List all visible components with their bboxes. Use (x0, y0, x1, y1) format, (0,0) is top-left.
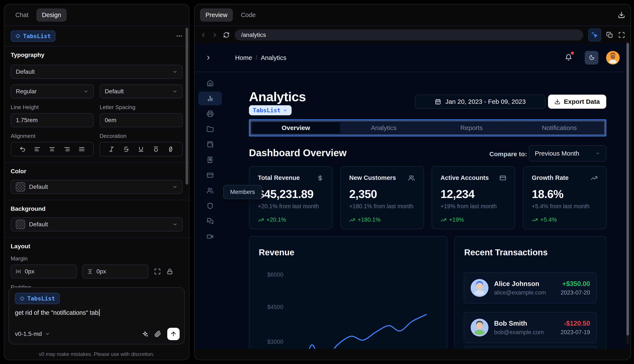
margin-x-value: 0px (25, 268, 34, 275)
transaction-amount: +$350.00 (561, 280, 590, 288)
lock-values-icon[interactable] (166, 268, 173, 275)
selected-component-chip[interactable]: TabsList (249, 105, 292, 115)
dashboard-tab[interactable]: Overview (252, 122, 340, 134)
nav-rail-item[interactable] (198, 168, 222, 182)
chevron-down-icon (283, 108, 288, 113)
stat-icon (317, 174, 324, 181)
font-family-select[interactable]: Default (11, 65, 183, 79)
font-size-select[interactable]: Default (100, 84, 183, 98)
alignment-tool-icon[interactable] (49, 146, 55, 152)
margin-y-input[interactable]: 0px (82, 264, 148, 278)
chevron-down-icon (172, 184, 177, 190)
forward-icon[interactable] (212, 32, 218, 38)
font-weight-select[interactable]: Regular (11, 84, 94, 98)
background-select[interactable]: Default (11, 218, 183, 232)
dashboard-tab[interactable]: Reports (428, 122, 516, 134)
compare-value: Previous Month (535, 150, 579, 157)
nav-rail-item[interactable] (198, 76, 222, 90)
date-range-button[interactable]: Jan 20, 2023 - Feb 09, 2023 (415, 94, 545, 109)
breadcrumb-home[interactable]: Home (235, 54, 252, 62)
line-height-input[interactable]: 1.75rem (11, 113, 94, 127)
send-button[interactable] (167, 328, 180, 340)
alignment-tool-icon[interactable] (20, 146, 26, 152)
expand-values-icon[interactable] (154, 268, 161, 275)
dashboard-tab[interactable]: Analytics (340, 122, 428, 134)
design-panel: ChatDesign TabsList Typography Default R… (4, 4, 189, 360)
notifications-button[interactable] (565, 54, 572, 62)
nav-rail-item[interactable] (198, 122, 222, 136)
panel-tab[interactable]: Design (37, 8, 66, 22)
composer-message[interactable]: get rid of the "notifications" tab (15, 309, 178, 316)
transactions-title: Recent Transactions (464, 248, 548, 257)
composer-context-chip[interactable]: TabsList (15, 293, 60, 304)
preview-tab[interactable]: Preview (200, 8, 233, 22)
nav-rail-item[interactable] (198, 199, 222, 213)
nav-rail-item[interactable] (198, 92, 222, 105)
compare-select[interactable]: Previous Month (529, 145, 606, 162)
element-menu-icon[interactable] (176, 32, 183, 40)
theme-toggle-button[interactable] (585, 51, 598, 64)
breadcrumb-separator: / (255, 54, 257, 62)
letter-spacing-input[interactable]: 0em (100, 113, 183, 127)
attach-file-icon[interactable] (154, 330, 161, 337)
stat-value: 2,350 (349, 187, 415, 200)
preview-tab[interactable]: Code (236, 9, 261, 21)
model-select[interactable]: v0-1.5-md (15, 330, 50, 337)
transaction-email: alice@example.com (494, 290, 555, 296)
nav-rail-item[interactable] (198, 107, 222, 120)
alignment-tool-icon[interactable] (64, 146, 70, 152)
decoration-tool-icon[interactable] (108, 146, 115, 152)
decoration-tool-icon[interactable] (153, 146, 159, 152)
transaction-amount: -$120.50 (561, 320, 590, 327)
download-icon[interactable] (618, 11, 625, 18)
preview-scrollbar[interactable] (626, 43, 629, 336)
compare-label: Compare to: (489, 150, 527, 158)
alignment-tool-icon[interactable] (79, 146, 85, 152)
enhance-prompt-icon[interactable] (142, 330, 148, 337)
chat-composer[interactable]: TabsList get rid of the "notifications" … (9, 287, 185, 344)
transaction-row[interactable]: Alice Johnson alice@example.com +$350.00… (464, 272, 597, 304)
line-height-value: 1.75rem (16, 117, 38, 124)
design-panel-scrollbar[interactable] (186, 28, 188, 184)
transaction-avatar (471, 318, 489, 336)
dashboard-tab[interactable]: Notifications (515, 122, 603, 134)
refresh-icon[interactable] (223, 32, 229, 38)
date-range-value: Jan 20, 2023 - Feb 09, 2023 (445, 98, 526, 105)
panel-tab[interactable]: Chat (10, 9, 34, 21)
component-diamond-icon (20, 296, 25, 301)
export-data-button[interactable]: Export Data (548, 94, 606, 109)
sidebar-expand-icon[interactable] (205, 54, 212, 61)
decoration-tool-icon[interactable] (138, 146, 144, 152)
stat-icon (408, 174, 415, 181)
url-value: /analytics (241, 32, 266, 38)
margin-vertical-icon (87, 268, 93, 274)
inspect-mode-button[interactable] (588, 28, 601, 41)
trending-up-icon (349, 217, 355, 223)
preview-viewport: Home / Analytics (195, 44, 630, 349)
back-icon[interactable] (200, 32, 206, 38)
letter-spacing-value: 0em (105, 117, 116, 124)
url-input[interactable]: /analytics (235, 30, 583, 40)
nav-rail-icon (206, 172, 214, 179)
line-height-label: Line Height (11, 104, 94, 110)
fullscreen-icon[interactable] (618, 32, 625, 38)
user-avatar[interactable] (606, 51, 620, 64)
nav-rail-item[interactable] (198, 153, 222, 167)
stat-card: Active Accounts 12,234 +19% from last mo… (432, 166, 515, 229)
nav-rail-item[interactable] (198, 214, 222, 228)
transaction-row[interactable]: Bob Smith bob@example.com -$120.50 2023-… (464, 312, 597, 343)
color-title: Color (11, 168, 183, 175)
nav-rail-item[interactable] (198, 184, 222, 197)
color-select[interactable]: Default (11, 180, 183, 194)
nav-rail-item[interactable] (198, 138, 222, 151)
decoration-tool-icon[interactable] (167, 146, 174, 152)
alignment-tool-icon[interactable] (34, 146, 41, 152)
nav-rail-item[interactable] (198, 230, 222, 244)
text-caret (99, 309, 100, 316)
margin-x-input[interactable]: 0px (11, 264, 77, 278)
font-size-value: Default (105, 88, 124, 95)
selected-element-chip[interactable]: TabsList (11, 30, 56, 42)
decoration-tool-icon[interactable] (123, 146, 130, 152)
dashboard-topbar: Home / Analytics (195, 44, 630, 72)
copy-icon[interactable] (606, 32, 613, 38)
